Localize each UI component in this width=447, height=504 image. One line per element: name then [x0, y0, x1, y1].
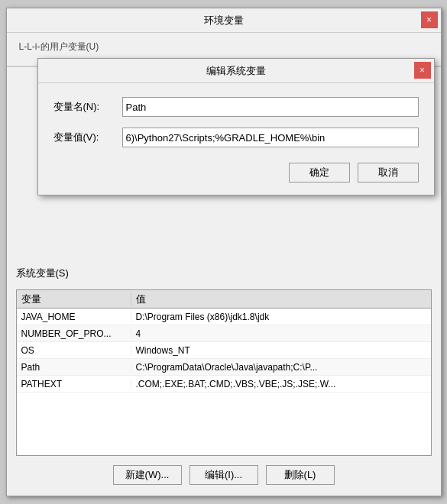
col-header-value: 值: [131, 292, 431, 306]
inner-dialog-buttons: 确定 取消: [38, 160, 434, 195]
outer-window-title: 环境变量: [204, 14, 244, 27]
user-vars-label: L-L-i-的用户变量(U): [16, 41, 99, 52]
cell-value: C:\ProgramData\Oracle\Java\javapath;C:\P…: [131, 362, 431, 373]
var-value-input[interactable]: [122, 128, 419, 147]
cell-name: PATHEXT: [17, 379, 131, 389]
cell-value: 4: [131, 328, 431, 339]
table-row[interactable]: NUMBER_OF_PRO... 4: [17, 325, 431, 342]
table-row[interactable]: JAVA_HOME D:\Program Files (x86)\jdk1.8\…: [17, 309, 431, 325]
outer-titlebar: 环境变量 ×: [7, 8, 441, 33]
var-name-input[interactable]: [122, 97, 419, 117]
table-row[interactable]: PATHEXT .COM;.EXE;.BAT;.CMD;.VBS;.VBE;.J…: [17, 376, 431, 393]
inner-titlebar: 编辑系统变量 ×: [38, 59, 434, 83]
cell-name: NUMBER_OF_PRO...: [17, 328, 131, 339]
new-button[interactable]: 新建(W)...: [113, 465, 182, 485]
cell-name: Path: [17, 362, 131, 373]
cell-value: .COM;.EXE;.BAT;.CMD;.VBS;.VBE;.JS;.JSE;.…: [131, 379, 431, 389]
system-vars-title: 系统变量(S): [16, 267, 432, 280]
inner-dialog-body: 变量名(N): 变量值(V):: [38, 83, 434, 160]
cell-name: OS: [17, 345, 131, 356]
table-row[interactable]: Path C:\ProgramData\Oracle\Java\javapath…: [17, 359, 431, 376]
system-vars-buttons: 新建(W)... 编辑(I)... 删除(L): [16, 462, 432, 488]
var-name-label: 变量名(N):: [53, 100, 115, 114]
cell-name: JAVA_HOME: [17, 312, 131, 322]
inner-confirm-button[interactable]: 确定: [289, 163, 350, 183]
edit-system-var-dialog: 编辑系统变量 × 变量名(N): 变量值(V): 确定 取消: [37, 58, 435, 195]
var-name-row: 变量名(N):: [53, 97, 419, 117]
col-header-name: 变量: [17, 292, 131, 306]
system-vars-section: 系统变量(S) 变量 值 JAVA_HOME D:\Program Files …: [7, 259, 441, 496]
table-body: JAVA_HOME D:\Program Files (x86)\jdk1.8\…: [17, 309, 431, 455]
inner-dialog-title: 编辑系统变量: [206, 64, 266, 78]
cell-value: D:\Program Files (x86)\jdk1.8\jdk: [131, 312, 431, 322]
inner-cancel-button[interactable]: 取消: [358, 163, 419, 183]
var-value-label: 变量值(V):: [53, 131, 115, 144]
outer-close-button[interactable]: ×: [421, 11, 438, 28]
var-value-row: 变量值(V):: [53, 128, 419, 147]
system-vars-table: 变量 值 JAVA_HOME D:\Program Files (x86)\jd…: [16, 289, 432, 456]
table-header: 变量 值: [17, 290, 431, 309]
cell-value: Windows_NT: [131, 345, 431, 356]
table-row[interactable]: OS Windows_NT: [17, 342, 431, 359]
edit-button[interactable]: 编辑(I)...: [189, 465, 258, 485]
inner-close-button[interactable]: ×: [414, 62, 431, 79]
delete-button[interactable]: 删除(L): [266, 465, 335, 485]
outer-window: 环境变量 × L-L-i-的用户变量(U) 编辑系统变量 × 变量名(N): 变…: [6, 8, 442, 496]
